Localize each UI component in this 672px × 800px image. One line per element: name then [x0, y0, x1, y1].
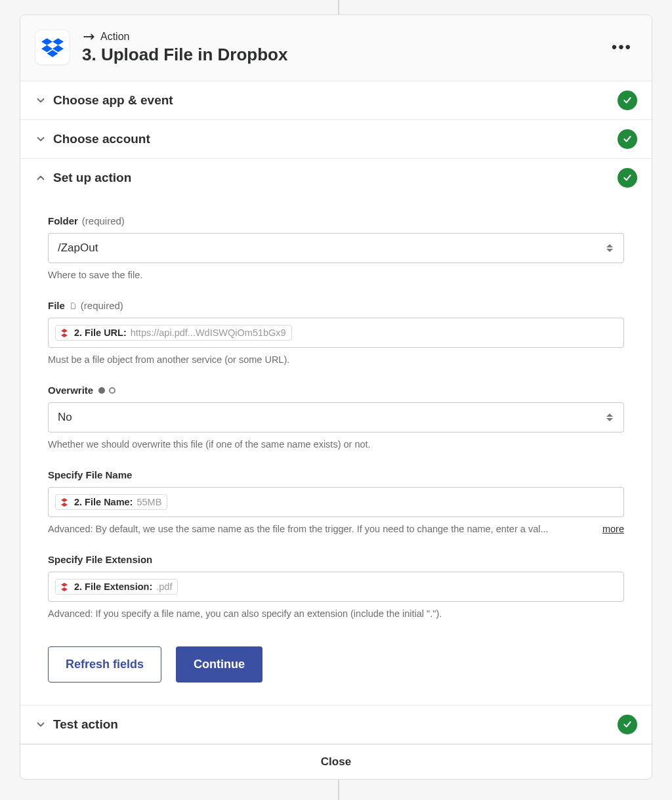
pdfco-badge-icon — [60, 497, 70, 507]
status-done-icon — [618, 91, 637, 110]
required-text: (required) — [82, 215, 125, 226]
field-file-name: Specify File Name 2. File Name: 55MB Adv… — [48, 469, 624, 534]
section-label: Choose app & event — [53, 93, 611, 108]
file-chip[interactable]: 2. File URL: https://api.pdf...WdISWQiOm… — [55, 325, 292, 341]
chevron-down-icon — [35, 133, 47, 145]
file-extension-hint: Advanced: If you specify a file name, yo… — [48, 608, 624, 619]
file-extension-input[interactable]: 2. File Extension: .pdf — [48, 572, 624, 602]
section-label: Choose account — [53, 132, 611, 146]
file-badge-icon — [69, 302, 77, 310]
folder-hint: Where to save the file. — [48, 270, 624, 280]
step-title[interactable]: 3. Upload File in Dropbox — [82, 45, 598, 65]
field-folder-label: Folder (required) — [48, 215, 624, 226]
setup-action-form: Folder (required) /ZapOut Where to save … — [20, 197, 652, 705]
section-label: Test action — [53, 717, 611, 732]
label-text: Folder — [48, 215, 78, 226]
chip-prefix: 2. File Name: — [74, 497, 133, 507]
svg-marker-0 — [41, 38, 52, 45]
app-dropbox-icon — [35, 30, 70, 65]
status-done-icon — [618, 129, 637, 149]
field-file-extension-label: Specify File Extension — [48, 554, 624, 565]
chip-value: https://api.pdf...WdISWQiOm51bGx9 — [131, 327, 286, 338]
radio-selected-icon — [98, 387, 105, 394]
field-file-label: File (required) — [48, 300, 624, 311]
field-file-name-label: Specify File Name — [48, 469, 624, 480]
continue-button[interactable]: Continue — [176, 646, 262, 683]
chevron-down-icon — [35, 719, 47, 730]
overwrite-value: No — [58, 411, 72, 424]
status-done-icon — [618, 715, 637, 734]
section-test-action[interactable]: Test action — [20, 705, 652, 744]
file-name-input[interactable]: 2. File Name: 55MB — [48, 487, 624, 517]
connector-top — [338, 0, 339, 14]
section-label: Set up action — [53, 171, 611, 185]
connector-bottom — [338, 778, 339, 800]
section-choose-app-event[interactable]: Choose app & event — [20, 81, 652, 120]
refresh-fields-button[interactable]: Refresh fields — [48, 646, 161, 683]
field-folder: Folder (required) /ZapOut Where to save … — [48, 215, 624, 280]
select-caret-icon — [605, 413, 614, 421]
field-overwrite-label: Overwrite — [48, 385, 624, 396]
folder-value: /ZapOut — [58, 242, 98, 255]
overwrite-select[interactable]: No — [48, 402, 624, 432]
field-overwrite: Overwrite No Whether we should overwrite… — [48, 385, 624, 450]
step-kind-label: Action — [100, 31, 129, 43]
file-name-hint-more[interactable]: more — [602, 524, 624, 534]
svg-marker-3 — [52, 45, 64, 53]
overwrite-radio-group[interactable] — [98, 387, 116, 394]
pdfco-badge-icon — [60, 581, 70, 592]
file-name-hint: Advanced: By default, we use the same na… — [48, 524, 624, 534]
folder-select[interactable]: /ZapOut — [48, 233, 624, 263]
close-button[interactable]: Close — [20, 744, 652, 779]
file-extension-chip[interactable]: 2. File Extension: .pdf — [55, 579, 178, 595]
file-name-chip[interactable]: 2. File Name: 55MB — [55, 494, 167, 510]
select-caret-icon — [605, 244, 614, 252]
chip-value: .pdf — [156, 581, 172, 592]
section-choose-account[interactable]: Choose account — [20, 120, 652, 159]
file-hint: Must be a file object from another servi… — [48, 354, 624, 365]
svg-marker-4 — [47, 50, 58, 57]
chevron-up-icon — [35, 172, 47, 184]
field-file: File (required) 2. File URL: https://api… — [48, 300, 624, 365]
action-step-card: Action 3. Upload File in Dropbox ••• Cho… — [20, 14, 652, 780]
field-file-extension: Specify File Extension 2. File Extension… — [48, 554, 624, 619]
label-text: Overwrite — [48, 385, 93, 396]
file-input[interactable]: 2. File URL: https://api.pdf...WdISWQiOm… — [48, 318, 624, 348]
step-header: Action 3. Upload File in Dropbox ••• — [20, 15, 652, 81]
chip-prefix: 2. File Extension: — [74, 581, 152, 592]
svg-marker-1 — [52, 38, 64, 45]
action-arrow-icon — [82, 30, 95, 43]
dropbox-icon — [41, 36, 64, 58]
step-kind-line: Action — [82, 30, 598, 43]
label-text: File — [48, 300, 65, 311]
step-header-text: Action 3. Upload File in Dropbox — [82, 30, 598, 65]
svg-marker-2 — [41, 45, 52, 53]
label-text: Specify File Name — [48, 469, 132, 480]
chevron-down-icon — [35, 95, 47, 106]
required-text: (required) — [81, 300, 123, 311]
radio-unselected-icon — [109, 387, 116, 394]
chip-prefix: 2. File URL: — [74, 327, 127, 338]
section-set-up-action[interactable]: Set up action — [20, 159, 652, 197]
overwrite-hint: Whether we should overwrite this file (i… — [48, 439, 624, 450]
more-menu-button[interactable]: ••• — [610, 37, 633, 58]
label-text: Specify File Extension — [48, 554, 152, 565]
chip-value: 55MB — [136, 497, 161, 507]
status-done-icon — [618, 168, 637, 188]
pdfco-badge-icon — [60, 327, 70, 338]
hint-text: Advanced: By default, we use the same na… — [48, 524, 549, 534]
form-button-row: Refresh fields Continue — [48, 646, 624, 683]
